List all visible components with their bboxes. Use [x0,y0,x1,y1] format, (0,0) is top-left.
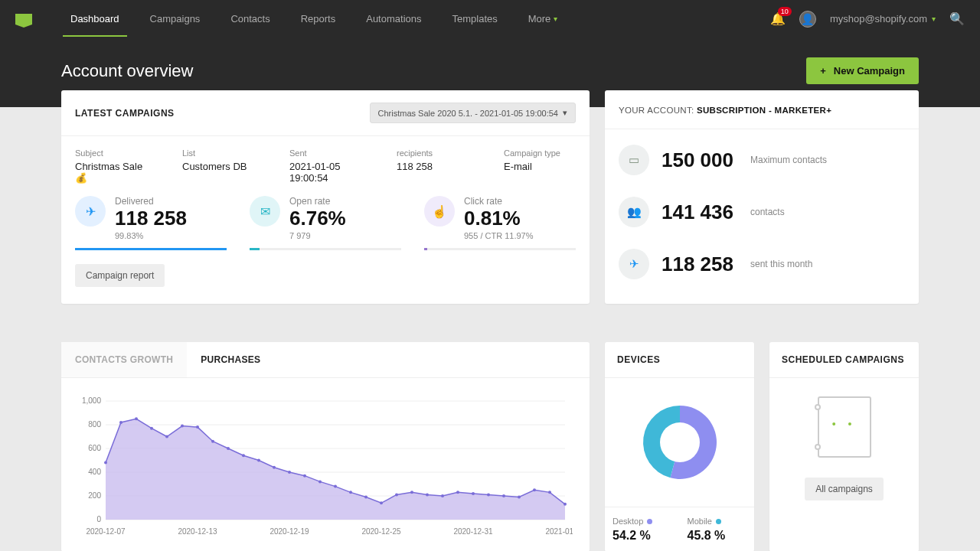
meta-sent: 2021-01-05 19:00:54 [289,161,366,184]
tab-contacts-growth[interactable]: CONTACTS GROWTH [61,342,187,377]
svg-point-27 [242,454,245,457]
envelope-icon: ✉ [250,196,280,227]
delivered-value: 118 258 [115,208,227,228]
scheduled-title: SCHEDULED CAMPAIGNS [769,342,919,378]
nav-contacts[interactable]: Contacts [215,1,285,37]
campaign-dropdown[interactable]: Christmas Sale 2020 5.1. - 2021-01-05 19… [370,103,576,123]
devices-title: DEVICES [605,342,754,378]
nav-automations[interactable]: Automations [351,1,436,37]
nav-campaigns[interactable]: Campaigns [135,1,216,37]
delivered-label: Delivered [115,196,227,207]
svg-point-18 [104,461,107,465]
page-title: Account overview [61,61,193,81]
dropdown-label: Christmas Sale 2020 5.1. - 2021-01-05 19… [378,109,558,118]
sent-month-value: 118 258 [662,253,733,276]
account-card: YOUR ACCOUNT: SUBSCRIPTION - MARKETER+ ▭… [605,90,919,304]
meta-list: Customers DB [182,161,259,172]
svg-point-33 [334,485,337,488]
latest-title: LATEST CAMPAIGNS [75,108,175,119]
svg-text:2020-12-25: 2020-12-25 [361,527,401,536]
campaign-report-button[interactable]: Campaign report [75,264,165,287]
svg-point-26 [227,447,230,450]
notifications-icon[interactable]: 🔔10 [770,11,786,26]
svg-text:600: 600 [88,444,101,452]
users-icon: 👥 [619,197,649,227]
dot-icon [647,519,652,524]
svg-text:2020-12-31: 2020-12-31 [453,527,493,536]
id-card-icon: ▭ [619,145,649,175]
svg-text:200: 200 [88,491,101,500]
svg-point-37 [395,493,398,496]
max-contacts-value: 150 000 [662,148,733,172]
scheduled-card: SCHEDULED CAMPAIGNS • • All campaigns [769,342,919,551]
svg-text:0: 0 [96,515,101,523]
max-contacts-label: Maximum contacts [750,155,827,165]
sent-month-label: sent this month [750,259,812,269]
user-email: myshop@shopify.com [830,13,927,24]
svg-point-38 [410,491,413,494]
svg-text:2021-01-06: 2021-01-06 [545,527,573,536]
svg-point-22 [165,435,168,439]
open-label: Open rate [289,196,401,207]
mobile-value: 45.8 % [688,529,747,543]
svg-point-24 [196,425,199,429]
click-sub: 955 / CTR 11.97% [464,231,576,240]
svg-point-34 [349,491,352,494]
topbar: Dashboard Campaigns Contacts Reports Aut… [0,0,980,37]
contacts-label: contacts [750,207,785,217]
svg-point-23 [181,425,184,428]
nav-more[interactable]: More▾ [513,1,573,37]
meta-subject: Christmas Sale 💰 [75,161,152,184]
user-menu[interactable]: myshop@shopify.com▾ [830,13,936,24]
desktop-value: 54.2 % [612,529,672,543]
svg-point-32 [318,480,322,483]
svg-point-36 [380,501,383,504]
plus-icon: + [820,65,826,77]
main-nav: Dashboard Campaigns Contacts Reports Aut… [55,1,573,37]
devices-donut [634,396,726,488]
notif-badge: 10 [778,7,792,16]
svg-point-28 [257,459,260,462]
svg-point-40 [441,494,444,497]
svg-point-20 [135,417,138,420]
dot-icon [716,519,721,524]
search-icon[interactable]: 🔍 [949,11,965,26]
purchases-chart-card: CONTACTS GROWTH PURCHASES 02004006008001… [61,342,590,551]
meta-recipients: 118 258 [397,161,473,172]
new-campaign-button[interactable]: +New Campaign [806,57,919,84]
latest-campaigns-card: LATEST CAMPAIGNS Christmas Sale 2020 5.1… [61,90,590,304]
avatar[interactable]: 👤 [799,11,816,28]
nav-dashboard[interactable]: Dashboard [55,1,135,37]
svg-point-30 [288,471,291,474]
meta-type: E-mail [504,161,580,172]
svg-text:800: 800 [88,420,101,429]
desktop-label: Desktop [612,517,643,526]
nav-reports[interactable]: Reports [286,1,351,37]
svg-point-25 [211,440,214,443]
paper-plane-icon: ✈ [75,196,106,227]
svg-point-43 [487,493,490,496]
paper-plane-icon: ✈ [619,249,649,279]
nav-templates[interactable]: Templates [436,1,512,37]
svg-point-19 [119,421,122,424]
svg-point-45 [518,496,521,499]
account-title: YOUR ACCOUNT: SUBSCRIPTION - MARKETER+ [619,106,831,115]
svg-text:2020-12-07: 2020-12-07 [86,527,126,536]
tab-purchases[interactable]: PURCHASES [187,342,274,377]
svg-point-48 [564,503,567,506]
svg-point-42 [472,492,475,495]
caret-down-icon: ▾ [563,108,567,118]
svg-point-46 [533,488,536,491]
meta-list-label: List [182,148,259,158]
devices-card: DEVICES Desktop54.2 % Mobile45.8 % [605,342,754,551]
svg-point-47 [548,491,551,494]
contacts-value: 141 436 [662,201,733,224]
meta-subject-label: Subject [75,148,152,158]
svg-text:400: 400 [88,468,101,476]
svg-point-41 [456,491,459,494]
all-campaigns-button[interactable]: All campaigns [805,478,884,500]
open-sub: 7 979 [289,231,401,240]
new-campaign-label: New Campaign [834,65,905,77]
empty-state-icon: • • [818,396,871,458]
meta-recipients-label: recipients [397,148,473,158]
